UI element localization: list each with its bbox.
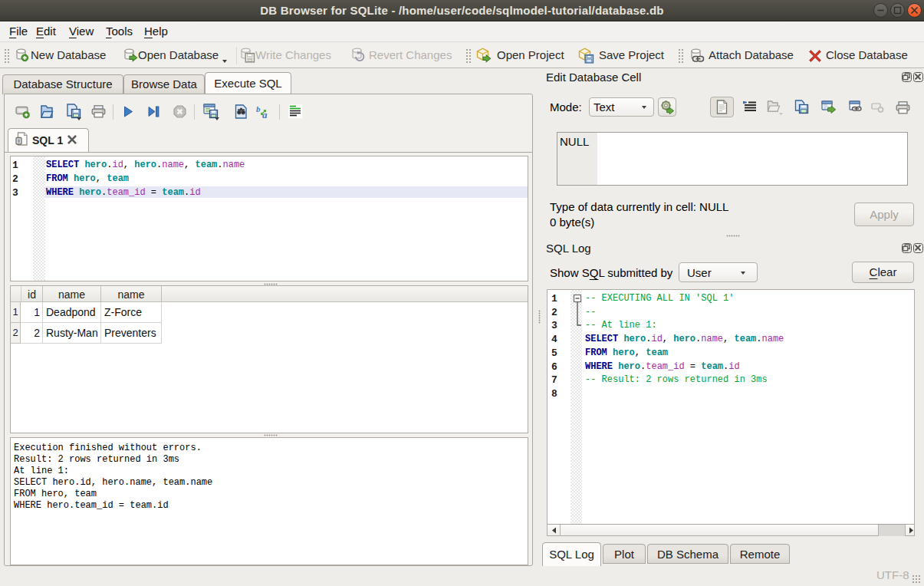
svg-text:b: b [256, 105, 261, 114]
